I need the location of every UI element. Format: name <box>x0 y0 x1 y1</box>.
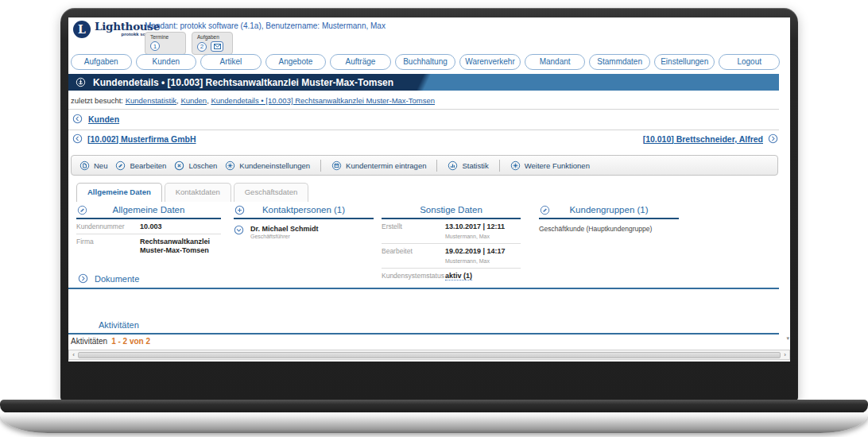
aufgaben-label: Aufgaben <box>197 34 227 40</box>
customer-settings-icon <box>225 160 235 171</box>
nav-kunden-button[interactable]: Kunden <box>136 54 197 70</box>
scrollbar-thumb[interactable] <box>78 352 781 358</box>
aufgaben-count-badge[interactable]: 2 <box>197 42 207 52</box>
contact-persons-panel: Kontaktpersonen (1) Dr. Michael Schmidt … <box>234 205 374 239</box>
breadcrumb-link-kunden[interactable]: Kunden <box>180 96 207 105</box>
nav-auftraege-button[interactable]: Aufträge <box>330 54 391 70</box>
laptop-hinge <box>0 400 868 413</box>
back-row: Kunden <box>72 114 119 124</box>
session-info: Mandant: protokk software (4.1a), Benutz… <box>145 21 386 30</box>
customer-details-icon <box>76 77 86 87</box>
prev-record-label: [10.002] Musterfirma GmbH <box>87 134 196 144</box>
chevron-down-circle-icon[interactable] <box>234 225 244 235</box>
documents-title: Dokumente <box>95 274 139 284</box>
documents-section-header[interactable]: Dokumente <box>68 273 779 289</box>
nav-aufgaben-button[interactable]: Aufgaben <box>71 54 132 70</box>
record-nav: [10.002] Musterfirma GmbH [10.010] Brett… <box>72 133 778 144</box>
scroll-right-arrow[interactable]: › <box>781 350 789 359</box>
field-erstellt: Erstellt 13.10.2017 | 12:11 Mustermann, … <box>382 219 521 243</box>
termine-label: Termine <box>150 34 180 40</box>
misc-data-panel: Sonstige Daten Erstellt 13.10.2017 | 12:… <box>382 205 521 283</box>
next-record-label: [10.010] Brettschneider, Alfred <box>643 134 763 144</box>
panel-title: Sonstige Daten <box>382 205 521 215</box>
breadcrumb-prefix: zuletzt besucht: <box>71 96 123 105</box>
toolbar-separator <box>499 160 500 172</box>
customer-group-entry: Geschäftkunde (Hauptkundengruppe) <box>539 219 679 233</box>
vertical-scroll-down-arrow[interactable]: ▾ <box>786 335 789 342</box>
tab-geschaeftsdaten[interactable]: Geschäftsdaten <box>234 183 309 202</box>
more-functions-icon <box>510 160 521 171</box>
customer-appointment-button[interactable]: Kundentermin eintragen <box>331 160 426 171</box>
logo-monogram-icon: L <box>73 21 91 38</box>
toolbar-separator <box>436 160 437 172</box>
activities-section-header: Aktivitäten <box>68 320 779 335</box>
chevron-right-circle-icon <box>768 133 778 144</box>
app-window: L Lighthouse protokk software Mandant: p… <box>68 17 790 362</box>
customer-settings-button[interactable]: Kundeneinstellungen <box>225 160 310 171</box>
field-firma: Firma Rechtsanwaltkanzlei Muster-Max-Tom… <box>76 234 221 257</box>
nav-einstellungen-button[interactable]: Einstellungen <box>654 54 715 70</box>
nav-buchhaltung-button[interactable]: Buchhaltung <box>395 54 456 70</box>
laptop-base <box>0 412 868 433</box>
panel-title: Allgemeine Daten <box>76 205 221 215</box>
field-kundennummer: Kundennummer 10.003 <box>76 219 221 234</box>
edit-icon[interactable] <box>77 205 87 215</box>
page-title: Kundendetails • [10.003] Rechtsanwaltkan… <box>93 77 393 88</box>
panel-title: Kundengruppen (1) <box>539 205 679 215</box>
tab-allgemeine-daten[interactable]: Allgemeine Daten <box>76 183 162 202</box>
edit-icon[interactable] <box>540 205 550 215</box>
calendar-icon <box>331 160 342 171</box>
nav-warenverkehr-button[interactable]: Warenverkehr <box>459 54 521 70</box>
toolbar-separator <box>320 160 321 172</box>
next-record-link[interactable]: [10.010] Brettschneider, Alfred <box>643 133 778 144</box>
nav-angebote-button[interactable]: Angebote <box>265 54 327 70</box>
panel-title: Kontaktpersonen (1) <box>234 205 374 215</box>
tab-kontaktdaten[interactable]: Kontaktdaten <box>165 183 231 202</box>
more-functions-button[interactable]: Weitere Funktionen <box>510 160 590 171</box>
activities-title: Aktivitäten <box>99 320 139 330</box>
back-to-kunden-link[interactable]: Kunden <box>88 114 119 124</box>
scroll-left-arrow[interactable]: ‹ <box>69 350 78 359</box>
main-nav: Aufgaben Kunden Artikel Angebote Aufträg… <box>71 54 780 70</box>
contact-role: Geschäftsführer <box>250 234 319 239</box>
divider <box>68 109 779 110</box>
mail-icon[interactable] <box>211 41 223 52</box>
statistics-icon <box>448 160 458 171</box>
prev-record-link[interactable]: [10.002] Musterfirma GmbH <box>72 133 196 144</box>
termine-widget: Termine 1 <box>145 32 186 55</box>
edit-button[interactable]: Bearbeiten <box>115 160 166 171</box>
chevron-right-circle-icon <box>78 273 88 284</box>
nav-mandant-button[interactable]: Mandant <box>525 54 586 70</box>
breadcrumb: zuletzt besucht: Kundenstatistik, Kunden… <box>71 96 435 105</box>
activities-status: Aktivitäten1 - 2 von 2 <box>71 337 150 346</box>
statistics-button[interactable]: Statistik <box>448 160 488 171</box>
nav-artikel-button[interactable]: Artikel <box>200 54 262 70</box>
detail-tabs: Allgemeine Daten Kontaktdaten Geschäftsd… <box>76 183 308 202</box>
delete-button[interactable]: Löschen <box>174 160 217 171</box>
chevron-left-circle-icon[interactable] <box>72 114 83 124</box>
add-contact-icon[interactable] <box>234 205 245 215</box>
breadcrumb-separator: , <box>207 96 209 105</box>
quick-widgets: Termine 1 Aufgaben 2 <box>145 32 233 55</box>
activities-count: 1 - 2 von 2 <box>111 337 150 346</box>
nav-stammdaten-button[interactable]: Stammdaten <box>589 54 650 70</box>
divider <box>68 130 779 130</box>
breadcrumb-separator: , <box>176 96 179 105</box>
nav-logout-button[interactable]: Logout <box>719 54 780 70</box>
field-bearbeitet: Bearbeitet 19.02.2019 | 14:17 Mustermann… <box>382 243 521 268</box>
page-title-bar: Kundendetails • [10.003] Rechtsanwaltkan… <box>68 74 779 91</box>
delete-icon <box>174 160 184 171</box>
edit-icon <box>115 160 126 171</box>
termine-count-badge[interactable]: 1 <box>150 41 160 51</box>
horizontal-scrollbar: ‹ › <box>68 350 790 360</box>
new-button[interactable]: Neu <box>79 160 107 171</box>
action-toolbar: Neu Bearbeiten Löschen <box>71 155 778 176</box>
breadcrumb-link-kundendetails[interactable]: Kundendetails • [10.003] Rechtsanwaltkan… <box>211 96 435 105</box>
chevron-left-circle-icon <box>72 133 83 144</box>
contact-entry: Dr. Michael Schmidt Geschäftsführer <box>234 219 374 239</box>
contact-name[interactable]: Dr. Michael Schmidt <box>250 225 319 233</box>
customer-groups-panel: Kundengruppen (1) Geschäftkunde (Hauptku… <box>539 205 679 233</box>
new-icon <box>79 160 90 171</box>
breadcrumb-link-kundenstatistik[interactable]: Kundenstatistik <box>126 96 176 105</box>
general-data-panel: Allgemeine Daten Kundennummer 10.003 Fir… <box>76 205 221 257</box>
